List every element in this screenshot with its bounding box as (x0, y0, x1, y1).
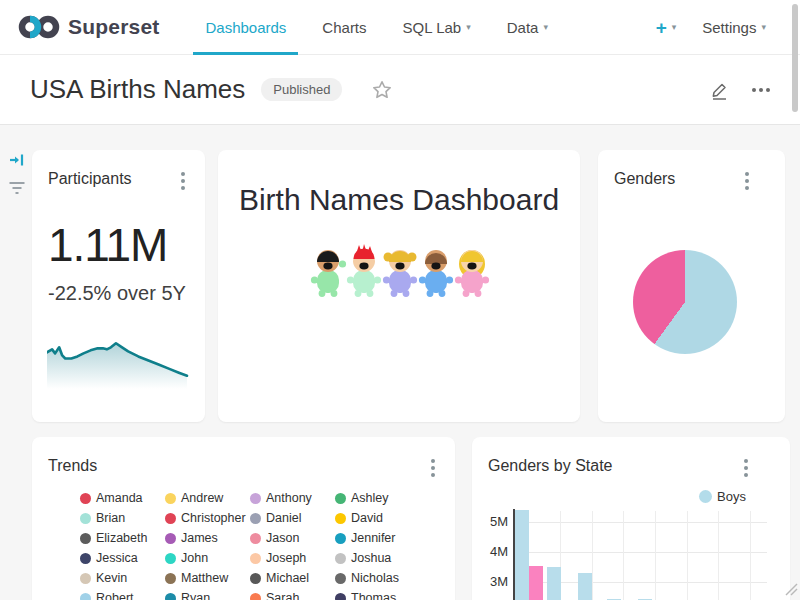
nav-item-label: Charts (322, 19, 366, 36)
legend-label: Jason (266, 531, 299, 545)
nav-item-data[interactable]: Data▾ (495, 0, 560, 55)
legend-item-anthony[interactable]: Anthony (250, 488, 335, 508)
legend-label: James (181, 531, 218, 545)
legend-dot (250, 553, 261, 564)
legend-dot (165, 573, 176, 584)
legend-item-matthew[interactable]: Matthew (165, 568, 250, 588)
superset-logo[interactable]: Superset (18, 14, 159, 40)
plus-icon: + (656, 18, 667, 37)
legend-item-thomas[interactable]: Thomas (335, 588, 420, 600)
more-actions-icon[interactable] (752, 88, 770, 92)
new-item-button[interactable]: + ▾ (656, 18, 677, 37)
legend-label: Nicholas (351, 571, 399, 585)
chevron-down-icon: ▾ (543, 23, 548, 32)
legend-dot (165, 553, 176, 564)
legend-label: Matthew (181, 571, 228, 585)
legend-dot (165, 593, 176, 600)
dashboard-title: USA Births Names (30, 74, 245, 105)
filter-icon[interactable] (8, 179, 26, 201)
legend-item-christopher[interactable]: Christopher (165, 508, 250, 528)
legend-item-michael[interactable]: Michael (250, 568, 335, 588)
legend-dot (335, 593, 346, 600)
legend-dot (80, 573, 91, 584)
chart-menu-icon[interactable] (181, 172, 185, 190)
legend-item-robert[interactable]: Robert (80, 588, 165, 600)
chart-menu-icon[interactable] (431, 459, 435, 477)
legend-dot (165, 533, 176, 544)
legend-label: Joseph (266, 551, 306, 565)
chart-title: Genders (614, 170, 675, 188)
legend-label: Anthony (266, 491, 312, 505)
bar-girls[interactable] (529, 566, 543, 600)
legend-label: Ashley (351, 491, 389, 505)
chevron-down-icon: ▾ (761, 23, 766, 32)
nav-item-charts[interactable]: Charts (310, 0, 378, 55)
nav-item-label: SQL Lab (403, 19, 462, 36)
top-nav: Superset DashboardsChartsSQL Lab▾Data▾ +… (0, 0, 800, 55)
gridline (623, 511, 624, 600)
scrollbar-thumb[interactable] (792, 4, 798, 112)
legend-item-nicholas[interactable]: Nicholas (335, 568, 420, 588)
markdown-heading: Birth Names Dashboard (218, 183, 580, 217)
bar-boys[interactable] (515, 510, 529, 600)
bar-boys[interactable] (578, 573, 592, 600)
legend-dot (250, 573, 261, 584)
legend-item-john[interactable]: John (165, 548, 250, 568)
legend-dot (80, 593, 91, 600)
settings-menu[interactable]: Settings ▾ (702, 19, 766, 36)
bar-legend-boys[interactable]: Boys (699, 489, 746, 504)
expand-filter-bar-icon[interactable] (8, 151, 26, 173)
bar-boys[interactable] (547, 567, 561, 600)
legend-item-ryan[interactable]: Ryan (165, 588, 250, 600)
nav-item-sql-lab[interactable]: SQL Lab▾ (391, 0, 483, 55)
favorite-star-icon[interactable] (372, 80, 392, 100)
gridline (750, 511, 751, 600)
legend-item-jason[interactable]: Jason (250, 528, 335, 548)
legend-label: Christopher (181, 511, 246, 525)
resize-handle[interactable] (782, 580, 798, 600)
legend-label: Kevin (96, 571, 127, 585)
infinity-logo-icon (18, 14, 60, 40)
gridline (513, 552, 767, 553)
legend-item-ashley[interactable]: Ashley (335, 488, 420, 508)
legend-dot (250, 593, 261, 600)
legend-item-david[interactable]: David (335, 508, 420, 528)
legend-dot (80, 513, 91, 524)
legend-item-joseph[interactable]: Joseph (250, 548, 335, 568)
genders-pie-chart[interactable] (633, 250, 737, 354)
legend-label: Joshua (351, 551, 391, 565)
legend-item-jennifer[interactable]: Jennifer (335, 528, 420, 548)
legend-label: Boys (717, 489, 746, 504)
genders-card: Genders (598, 150, 785, 422)
nav-item-dashboards[interactable]: Dashboards (193, 0, 298, 55)
legend-item-daniel[interactable]: Daniel (250, 508, 335, 528)
legend-item-andrew[interactable]: Andrew (165, 488, 250, 508)
legend-item-elizabeth[interactable]: Elizabeth (80, 528, 165, 548)
legend-item-sarah[interactable]: Sarah (250, 588, 335, 600)
legend-item-brian[interactable]: Brian (80, 508, 165, 528)
legend-label: Jessica (96, 551, 138, 565)
y-axis-tick: 3M (472, 574, 508, 589)
chart-menu-icon[interactable] (744, 459, 748, 477)
legend-item-kevin[interactable]: Kevin (80, 568, 165, 588)
legend-dot (80, 493, 91, 504)
legend-dot (250, 533, 261, 544)
chart-title: Genders by State (488, 457, 613, 475)
legend-item-james[interactable]: James (165, 528, 250, 548)
chart-menu-icon[interactable] (745, 172, 749, 190)
legend-dot (335, 533, 346, 544)
y-axis-tick: 4M (472, 544, 508, 559)
legend-item-jessica[interactable]: Jessica (80, 548, 165, 568)
trends-legend: AmandaAndrewAnthonyAshleyBrianChristophe… (80, 488, 445, 600)
legend-label: Jennifer (351, 531, 395, 545)
legend-label: Michael (266, 571, 309, 585)
chevron-down-icon: ▾ (672, 23, 677, 32)
legend-item-amanda[interactable]: Amanda (80, 488, 165, 508)
legend-dot (335, 493, 346, 504)
legend-label: Sarah (266, 591, 299, 600)
brand-name: Superset (68, 15, 159, 39)
published-badge[interactable]: Published (261, 78, 342, 101)
legend-item-joshua[interactable]: Joshua (335, 548, 420, 568)
big-number-subheader: -22.5% over 5Y (48, 282, 186, 305)
edit-pencil-icon[interactable] (710, 80, 730, 100)
